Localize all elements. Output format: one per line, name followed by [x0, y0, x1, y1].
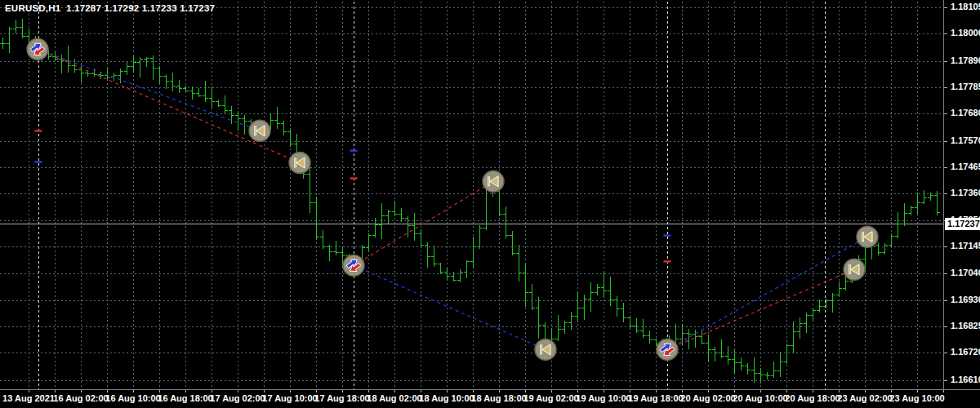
trade-level-dash [35, 161, 42, 162]
price-tick-mark [944, 87, 947, 88]
time-tick-mark [159, 390, 160, 392]
time-tick-label: 20 Aug 10:00 [733, 393, 787, 403]
time-tick-mark [630, 390, 630, 392]
time-tick-label: 20 Aug 02:00 [680, 393, 735, 403]
time-tick-label: 17 Aug 18:00 [314, 393, 369, 403]
time-tick-mark [760, 390, 761, 392]
time-tick-label: 13 Aug 2021 [2, 393, 55, 403]
time-tick-label: 19 Aug 02:00 [523, 393, 578, 403]
time-tick-mark [786, 390, 787, 392]
time-tick-mark [839, 390, 840, 392]
grid [0, 2, 944, 389]
trade-level-dash [664, 260, 671, 262]
time-tick-mark [107, 390, 108, 392]
price-tick-mark [944, 61, 947, 62]
time-tick-mark [316, 390, 317, 392]
time-tick-mark [943, 390, 944, 392]
time-tick-mark [708, 390, 709, 392]
time-tick-label: 17 Aug 02:00 [210, 393, 265, 403]
price-tick-label: 1.17785 [951, 82, 980, 91]
price-tick-label: 1.16930 [951, 295, 980, 304]
price-tick-label: 1.17570 [951, 135, 980, 145]
price-tick-mark [944, 33, 947, 34]
time-tick-mark [81, 390, 82, 392]
price-tick-label: 1.18105 [951, 2, 980, 11]
time-tick-mark [682, 390, 683, 392]
time-tick-mark [29, 390, 29, 392]
trade-level-dash [350, 149, 358, 151]
price-tick-label: 1.17680 [951, 108, 980, 118]
time-tick-mark [604, 390, 604, 392]
price-tick-mark [944, 353, 947, 353]
price-tick-mark [944, 193, 947, 194]
price-tick-label: 1.17360 [951, 188, 980, 197]
time-tick-label: 16 Aug 10:00 [105, 393, 160, 403]
trade-close-marker[interactable] [857, 226, 878, 247]
price-tick-mark [944, 167, 947, 168]
time-tick-mark [238, 390, 238, 392]
time-axis[interactable]: 13 Aug 202116 Aug 02:0016 Aug 10:0016 Au… [0, 389, 980, 408]
trade-close-marker[interactable] [535, 339, 556, 360]
time-tick-mark [185, 390, 186, 392]
price-tick-mark [944, 326, 947, 327]
price-tick-label: 1.17145 [951, 241, 980, 251]
time-tick-label: 23 Aug 10:00 [889, 393, 944, 403]
ohlc-bars [0, 19, 940, 384]
time-tick-mark [813, 390, 813, 392]
trade-close-marker[interactable] [289, 152, 310, 173]
time-tick-mark [865, 390, 866, 392]
time-tick-mark [421, 390, 421, 392]
trade-open-marker[interactable] [27, 38, 48, 60]
price-tick-mark [944, 113, 947, 114]
time-tick-mark [551, 390, 552, 392]
price-tick-mark [944, 273, 947, 274]
time-tick-mark [212, 390, 212, 392]
chart-window: EURUSD,H1 1.17287 1.17292 1.17233 1.1723… [0, 0, 980, 408]
time-tick-label: 18 Aug 10:00 [419, 393, 474, 403]
time-tick-mark [55, 390, 56, 392]
price-axis[interactable]: 1.17237 1.181051.180001.178901.177851.17… [943, 0, 980, 389]
time-tick-mark [290, 390, 291, 392]
price-tick-mark [944, 246, 947, 247]
time-tick-mark [473, 390, 474, 392]
time-tick-label: 19 Aug 18:00 [628, 393, 683, 403]
time-tick-mark [394, 390, 395, 392]
time-tick-mark [525, 390, 526, 392]
price-chart[interactable] [0, 0, 980, 408]
price-tick-label: 1.16825 [951, 321, 980, 330]
time-tick-mark [577, 390, 578, 392]
price-tick-mark [944, 380, 947, 381]
trade-open-marker[interactable] [657, 339, 678, 360]
time-tick-mark [734, 390, 735, 392]
trade-level-dash [350, 177, 358, 179]
time-tick-mark [656, 390, 657, 392]
price-tick-mark [944, 7, 947, 8]
time-tick-mark [368, 390, 369, 392]
time-tick-mark [133, 390, 134, 392]
trade-level-dash [35, 130, 42, 131]
time-tick-mark [342, 390, 343, 392]
price-tick-label: 1.17040 [951, 268, 980, 277]
time-tick-label: 23 Aug 02:00 [837, 393, 892, 403]
time-tick-mark [499, 390, 500, 392]
time-tick-mark [917, 390, 918, 392]
price-tick-label: 1.16610 [951, 375, 980, 384]
time-tick-label: 18 Aug 18:00 [471, 393, 526, 403]
time-tick-mark [891, 390, 892, 392]
trade-close-marker[interactable] [483, 171, 504, 192]
time-tick-mark [264, 390, 265, 392]
price-tick-mark [944, 141, 947, 142]
price-tick-mark [944, 300, 947, 301]
price-tick-label: 1.18000 [951, 28, 980, 38]
price-tick-label: 1.16720 [951, 347, 980, 357]
time-tick-label: 19 Aug 10:00 [576, 393, 630, 403]
price-tick-label: 1.17465 [951, 162, 980, 171]
trade-close-marker[interactable] [249, 120, 270, 141]
time-tick-label: 16 Aug 18:00 [158, 393, 212, 403]
trade-open-marker[interactable] [343, 255, 364, 276]
trade-close-marker[interactable] [844, 259, 865, 280]
time-tick-mark [447, 390, 448, 392]
price-tick-label: 1.17890 [951, 55, 980, 65]
trade-open-vlines [39, 2, 826, 389]
time-tick-label: 18 Aug 02:00 [367, 393, 421, 403]
